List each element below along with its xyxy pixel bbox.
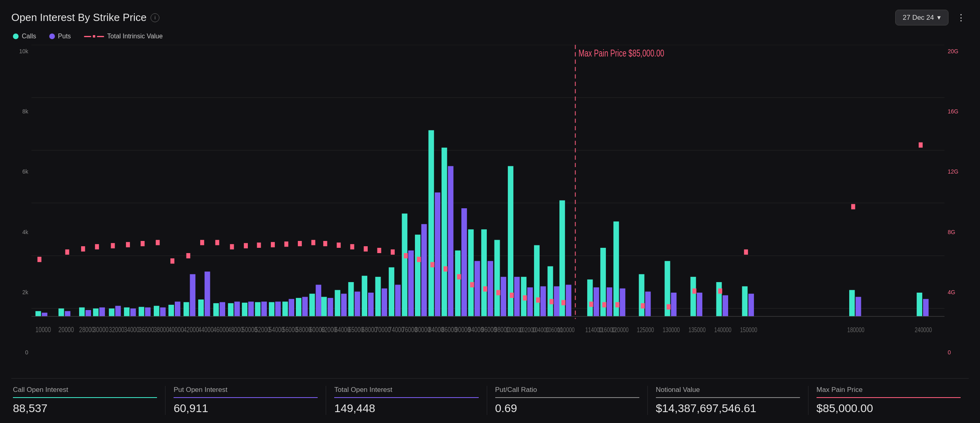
total-oi-value: 149,448	[334, 402, 478, 415]
chevron-down-icon: ▾	[937, 13, 941, 22]
stat-call-open-interest: Call Open Interest 88,537	[11, 386, 165, 415]
svg-rect-67	[461, 208, 467, 316]
svg-rect-128	[391, 249, 395, 255]
chart-legend: Calls Puts Total Intrinsic Value	[13, 33, 969, 40]
info-icon[interactable]: i	[151, 13, 159, 22]
svg-rect-75	[514, 277, 520, 316]
svg-rect-151	[919, 142, 923, 148]
svg-text:44000: 44000	[198, 325, 214, 333]
stats-row: Call Open Interest 88,537 Put Open Inter…	[11, 378, 969, 415]
svg-rect-12	[79, 308, 85, 316]
more-options-button[interactable]: ⋮	[953, 11, 969, 25]
svg-rect-144	[616, 302, 620, 308]
put-oi-underline	[174, 397, 318, 398]
svg-rect-123	[323, 241, 327, 246]
svg-rect-73	[500, 277, 506, 316]
svg-rect-58	[402, 214, 408, 316]
svg-rect-22	[154, 306, 159, 316]
svg-rect-52	[362, 276, 367, 316]
header-left: Open Interest By Strike Price i	[11, 11, 159, 24]
svg-rect-136	[496, 290, 500, 295]
svg-text:28000: 28000	[79, 325, 94, 333]
svg-rect-114	[200, 240, 204, 245]
svg-rect-101	[856, 297, 861, 316]
svg-rect-134	[470, 282, 474, 287]
svg-text:10000: 10000	[36, 325, 51, 333]
svg-text:32000: 32000	[109, 325, 124, 333]
svg-rect-64	[442, 148, 447, 316]
svg-rect-36	[255, 302, 261, 316]
svg-rect-115	[215, 240, 219, 245]
put-oi-label: Put Open Interest	[174, 386, 318, 394]
svg-rect-57	[395, 285, 401, 316]
svg-rect-44	[309, 294, 315, 316]
svg-rect-39	[275, 302, 281, 316]
svg-rect-29	[205, 272, 210, 316]
svg-rect-87	[607, 287, 612, 316]
page-header: Open Interest By Strike Price i 27 Dec 2…	[11, 10, 969, 25]
svg-rect-127	[377, 248, 381, 253]
svg-rect-119	[271, 242, 275, 247]
svg-rect-99	[748, 294, 754, 316]
svg-rect-116	[230, 244, 234, 249]
put-call-ratio-value: 0.69	[495, 402, 639, 415]
svg-rect-43	[302, 297, 308, 316]
svg-rect-50	[348, 282, 354, 316]
svg-rect-142	[589, 302, 593, 307]
svg-rect-132	[444, 266, 448, 272]
svg-text:140000: 140000	[714, 326, 732, 333]
svg-rect-20	[139, 307, 144, 316]
svg-rect-95	[697, 293, 702, 316]
put-call-ratio-label: Put/Call Ratio	[495, 386, 639, 394]
svg-rect-59	[408, 251, 414, 316]
svg-rect-110	[140, 241, 144, 246]
stat-put-open-interest: Put Open Interest 60,911	[165, 386, 326, 415]
svg-rect-38	[269, 302, 274, 316]
stat-notional-value: Notional Value $14,387,697,546.61	[648, 386, 808, 415]
svg-rect-69	[475, 261, 480, 316]
svg-rect-85	[594, 287, 599, 316]
y-axis-right: 20G 16G 12G 8G 4G 0	[944, 45, 969, 372]
total-oi-label: Total Open Interest	[334, 386, 478, 394]
call-oi-underline	[13, 397, 157, 398]
svg-text:30000: 30000	[93, 325, 108, 333]
svg-rect-105	[65, 249, 69, 255]
svg-rect-68	[468, 229, 474, 316]
svg-text:34000: 34000	[124, 325, 139, 333]
svg-rect-54	[375, 277, 381, 316]
svg-rect-41	[289, 299, 294, 316]
svg-text:120000: 120000	[611, 326, 629, 333]
svg-text:52000: 52000	[255, 325, 270, 333]
svg-rect-65	[448, 166, 454, 316]
notional-value-value: $14,387,697,546.61	[656, 402, 800, 415]
svg-rect-45	[316, 285, 321, 316]
svg-rect-61	[421, 224, 427, 316]
svg-rect-81	[554, 286, 559, 316]
svg-rect-94	[691, 277, 696, 316]
svg-text:40000: 40000	[168, 325, 184, 333]
svg-rect-37	[261, 302, 267, 316]
svg-rect-117	[244, 243, 248, 248]
svg-rect-82	[559, 200, 565, 316]
svg-rect-121	[298, 241, 302, 246]
svg-text:Max Pain Price $85,000.00: Max Pain Price $85,000.00	[578, 48, 664, 58]
svg-rect-137	[510, 293, 514, 298]
chart-area: 10k 8k 6k 4k 2k 0 Max Pain Price $85,000…	[11, 45, 969, 372]
svg-rect-28	[198, 299, 204, 316]
svg-rect-70	[481, 229, 487, 316]
svg-text:130000: 130000	[663, 326, 680, 333]
svg-rect-8	[36, 311, 41, 316]
put-call-ratio-underline	[495, 397, 639, 398]
svg-rect-84	[587, 279, 593, 316]
svg-rect-147	[692, 289, 696, 294]
svg-rect-71	[488, 261, 493, 316]
call-oi-value: 88,537	[13, 402, 157, 415]
svg-rect-131	[430, 262, 434, 267]
svg-rect-25	[175, 302, 180, 316]
date-picker-button[interactable]: 27 Dec 24 ▾	[895, 10, 949, 25]
svg-rect-133	[457, 274, 461, 279]
svg-rect-145	[641, 303, 645, 308]
svg-rect-56	[389, 267, 394, 316]
svg-rect-125	[350, 244, 354, 249]
svg-rect-77	[527, 287, 533, 316]
